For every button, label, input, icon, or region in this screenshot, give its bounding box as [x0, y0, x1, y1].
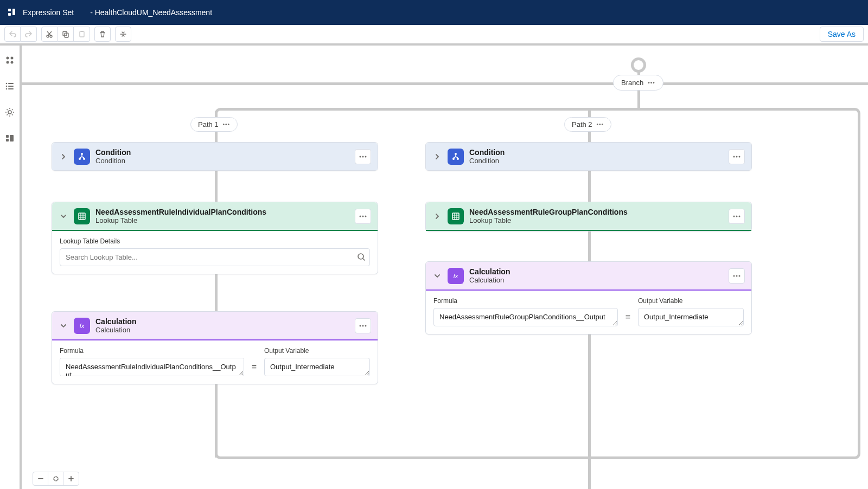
node-menu-button[interactable] [355, 149, 371, 164]
path-label: Path 1 [198, 120, 219, 128]
svg-point-43 [739, 156, 741, 157]
paste-button[interactable] [74, 27, 90, 42]
formula-input[interactable] [433, 308, 618, 326]
delete-button[interactable] [94, 27, 111, 42]
svg-point-28 [365, 156, 367, 157]
redo-button[interactable] [21, 27, 37, 42]
chevron-down-icon[interactable] [59, 211, 68, 221]
settings-icon[interactable] [5, 107, 15, 117]
svg-point-42 [736, 156, 738, 157]
search-icon[interactable] [357, 253, 366, 261]
zoom-out-button[interactable] [33, 472, 48, 485]
svg-point-17 [6, 88, 8, 90]
svg-point-23 [81, 153, 83, 155]
svg-point-47 [739, 215, 741, 217]
chevron-down-icon[interactable] [59, 321, 68, 331]
svg-rect-20 [6, 135, 9, 138]
formula-icon: fx [74, 318, 90, 334]
lookup-search-input[interactable] [60, 248, 370, 266]
node-title: Calculation [95, 317, 349, 326]
more-icon[interactable]: ••• [223, 121, 231, 127]
svg-point-35 [360, 325, 361, 326]
flow-canvas[interactable]: Branch ••• Path 1 ••• Path 2 ••• Conditi… [22, 46, 868, 489]
start-node[interactable] [631, 57, 646, 73]
more-icon[interactable]: ••• [597, 121, 604, 127]
node-menu-button[interactable] [729, 149, 745, 164]
svg-point-36 [362, 325, 364, 326]
connector-line [22, 82, 868, 85]
equals-sign: = [252, 362, 257, 376]
node-menu-button[interactable] [355, 209, 371, 224]
formula-icon: fx [448, 268, 464, 284]
svg-rect-1 [8, 13, 11, 16]
svg-rect-2 [12, 9, 15, 15]
condition-icon [74, 149, 90, 165]
toolbar: Save As [0, 25, 868, 46]
output-variable-input[interactable] [264, 358, 370, 376]
node-title: Condition [469, 148, 723, 157]
output-label: Output Variable [264, 347, 370, 355]
svg-point-12 [11, 61, 14, 64]
cut-button[interactable] [41, 27, 58, 42]
svg-rect-18 [8, 88, 14, 89]
chevron-right-icon[interactable] [432, 211, 442, 221]
app-logo-icon [7, 7, 17, 18]
record-name: - HealthCloudUM_NeedAssessment [90, 8, 212, 17]
svg-text:fx: fx [80, 323, 85, 329]
formula-input[interactable] [60, 358, 244, 376]
output-variable-input[interactable] [638, 308, 744, 326]
undo-button[interactable] [4, 27, 21, 42]
collapse-button[interactable] [115, 27, 131, 42]
components-icon[interactable] [5, 55, 15, 65]
calculation-node[interactable]: fx Calculation Calculation Formula = Out… [52, 311, 378, 384]
node-subtitle: Calculation [469, 276, 723, 284]
node-menu-button[interactable] [729, 268, 745, 284]
zoom-in-button[interactable] [63, 472, 79, 485]
condition-node[interactable]: Condition Condition [52, 142, 378, 171]
svg-text:fx: fx [454, 273, 458, 279]
node-subtitle: Lookup Table [95, 216, 349, 224]
svg-rect-21 [6, 139, 9, 141]
lookup-table-node[interactable]: NeedAssessmentRuleIndividualPlanConditio… [52, 202, 378, 274]
data-icon[interactable] [5, 133, 15, 143]
node-title: NeedAssessmentRuleIndividualPlanConditio… [95, 208, 349, 216]
svg-point-10 [11, 57, 14, 60]
svg-rect-16 [8, 86, 14, 87]
formula-label: Formula [433, 297, 618, 305]
branch-label: Branch [621, 79, 643, 87]
svg-point-32 [365, 215, 367, 217]
condition-node[interactable]: Condition Condition [425, 142, 752, 171]
svg-point-39 [452, 158, 455, 160]
svg-point-40 [457, 158, 459, 160]
calculation-node[interactable]: fx Calculation Calculation Formula = Out… [425, 261, 752, 334]
svg-rect-8 [81, 31, 83, 32]
chevron-right-icon[interactable] [59, 152, 68, 162]
save-as-button[interactable]: Save As [820, 27, 864, 42]
lookup-table-node[interactable]: NeedAssessmentRuleGroupPlanConditions Lo… [425, 202, 752, 231]
branch-node[interactable]: Branch ••• [613, 75, 663, 91]
node-subtitle: Condition [469, 157, 723, 165]
chevron-right-icon[interactable] [432, 152, 442, 162]
node-title: NeedAssessmentRuleGroupPlanConditions [469, 208, 723, 216]
svg-point-46 [736, 215, 738, 217]
svg-rect-0 [8, 9, 11, 11]
app-title: Expression Set [23, 8, 74, 17]
path-1-node[interactable]: Path 1 ••• [190, 117, 238, 132]
list-icon[interactable] [5, 81, 15, 91]
svg-point-24 [79, 158, 81, 160]
app-header: Expression Set - HealthCloudUM_NeedAsses… [0, 0, 868, 25]
svg-point-25 [83, 158, 85, 160]
node-menu-button[interactable] [355, 318, 371, 333]
copy-button[interactable] [58, 27, 74, 42]
svg-point-37 [365, 325, 367, 326]
path-2-node[interactable]: Path 2 ••• [564, 117, 611, 132]
node-title: Condition [95, 148, 349, 157]
node-menu-button[interactable] [729, 209, 745, 224]
node-subtitle: Calculation [95, 326, 349, 334]
svg-point-50 [736, 275, 738, 276]
svg-point-13 [6, 83, 8, 85]
fit-button[interactable] [48, 472, 63, 485]
table-icon [74, 208, 90, 224]
more-icon[interactable]: ••• [648, 80, 655, 86]
chevron-down-icon[interactable] [432, 271, 442, 281]
